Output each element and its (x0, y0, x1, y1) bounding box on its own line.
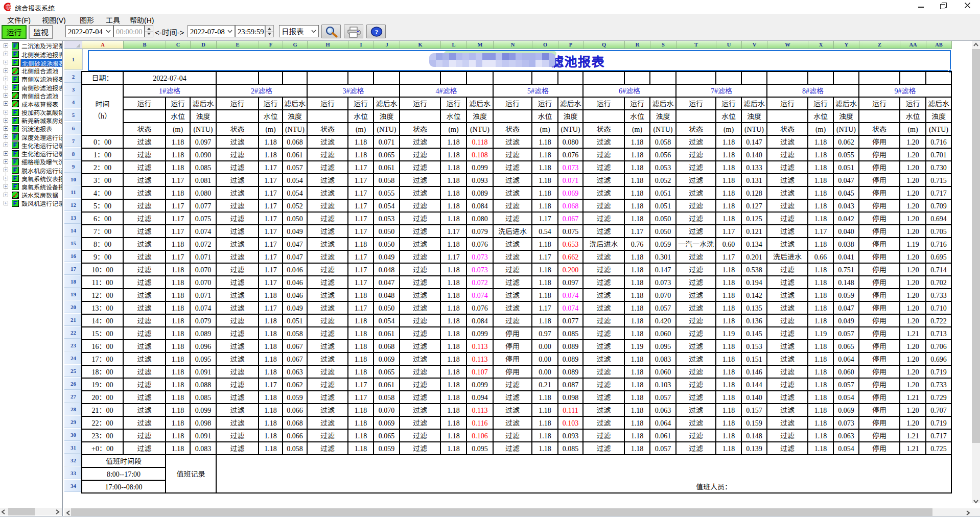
svg-text:RPT: RPT (6, 6, 11, 9)
svg-text:?: ? (375, 28, 379, 36)
